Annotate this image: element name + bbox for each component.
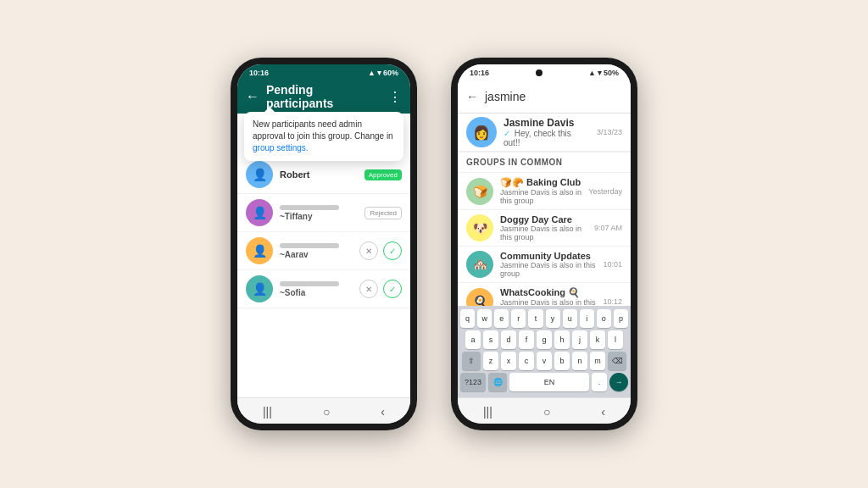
- badge-approved-robert: Approved: [364, 169, 402, 180]
- key-w[interactable]: w: [477, 309, 492, 328]
- status-time-1: 10:16: [249, 69, 269, 77]
- participant-name-sofia: ~Sofia: [280, 288, 353, 297]
- key-q[interactable]: q: [460, 309, 475, 328]
- contact-avatar: 👩: [466, 117, 497, 147]
- phone-2-screen: 10:16 ▲ ▾ 50% ← jasmine 👩 Jasmine Davis: [458, 64, 631, 424]
- key-j[interactable]: j: [572, 330, 587, 349]
- key-backspace[interactable]: ⌫: [608, 352, 626, 370]
- key-a[interactable]: a: [465, 330, 481, 349]
- tooltip-1: New participants need admin approval to …: [244, 112, 403, 161]
- contact-name: Jasmine Davis: [504, 117, 590, 129]
- keyboard-row-4: ?123 🌐 EN . →: [460, 373, 628, 391]
- group-name-doggy: Doggy Day Care: [500, 214, 587, 225]
- contact-name-row: 👩 Jasmine Davis ✓ Hey, check this out!! …: [466, 117, 622, 147]
- nav-recent-icon-2[interactable]: |||: [483, 405, 492, 419]
- check-icon: ✓: [504, 129, 510, 138]
- key-shift[interactable]: ⇧: [462, 352, 481, 370]
- key-send[interactable]: →: [609, 373, 628, 391]
- key-r[interactable]: r: [511, 309, 526, 328]
- key-v[interactable]: v: [537, 352, 552, 370]
- nav-home-icon[interactable]: ○: [323, 405, 330, 419]
- participant-info-sofia: ~Sofia: [280, 281, 353, 297]
- group-item-cooking[interactable]: 🍳 WhatsCooking 🍳 Jasmine Davis is also i…: [458, 283, 631, 306]
- avatar-robert: 👤: [246, 161, 273, 188]
- key-m[interactable]: m: [590, 352, 605, 370]
- group-item-doggy[interactable]: 🐶 Doggy Day Care Jasmine Davis is also i…: [458, 210, 631, 247]
- group-list: 🍞 🍞🥐 Baking Club Jasmine Davis is also i…: [458, 173, 631, 306]
- key-i[interactable]: i: [580, 309, 594, 328]
- nav-back-icon[interactable]: ‹: [381, 405, 385, 419]
- key-b[interactable]: b: [554, 352, 570, 370]
- key-123[interactable]: ?123: [460, 373, 486, 391]
- key-space[interactable]: EN: [509, 373, 589, 391]
- approve-button-sofia[interactable]: ✓: [383, 280, 402, 298]
- key-d[interactable]: d: [501, 330, 516, 349]
- back-button-2[interactable]: ←: [466, 90, 478, 103]
- group-name-community: Community Updates: [500, 251, 596, 261]
- key-x[interactable]: x: [501, 352, 516, 370]
- key-globe[interactable]: 🌐: [488, 373, 507, 391]
- nav-back-icon-2[interactable]: ‹: [601, 405, 605, 419]
- status-bar-1: 10:16 ▲ ▾ 60%: [237, 64, 410, 80]
- phones-container: 10:16 ▲ ▾ 60% ← Pending participants ⋮ N…: [231, 58, 637, 430]
- participant-name-aarav: ~Aarav: [280, 250, 353, 259]
- participant-info-tiffany: ~Tiffany: [280, 205, 358, 221]
- keyboard: q w e r t y u i o p a s d f g h: [458, 306, 631, 397]
- group-name-cooking: WhatsCooking 🍳: [500, 287, 596, 298]
- nav-home-icon-2[interactable]: ○: [543, 405, 550, 419]
- avatar-aarav: 👤: [246, 237, 273, 264]
- key-z[interactable]: z: [483, 352, 498, 370]
- key-h[interactable]: h: [554, 330, 570, 349]
- more-options-1[interactable]: ⋮: [388, 89, 402, 105]
- group-time-baking: Yesterday: [588, 187, 622, 196]
- phone-2: 10:16 ▲ ▾ 50% ← jasmine 👩 Jasmine Davis: [451, 58, 637, 430]
- key-u[interactable]: u: [563, 309, 577, 328]
- key-n[interactable]: n: [572, 352, 587, 370]
- participant-item: 👤 Robert Approved: [237, 156, 410, 194]
- back-button-1[interactable]: ←: [246, 89, 259, 104]
- key-p[interactable]: p: [614, 309, 628, 328]
- group-item-baking[interactable]: 🍞 🍞🥐 Baking Club Jasmine Davis is also i…: [458, 173, 631, 210]
- avatar-tiffany: 👤: [246, 199, 273, 226]
- status-time-2: 10:16: [470, 69, 489, 77]
- group-name-baking: 🍞🥐 Baking Club: [500, 177, 581, 188]
- key-o[interactable]: o: [597, 309, 611, 328]
- key-s[interactable]: s: [483, 330, 498, 349]
- battery-2: 50%: [604, 69, 619, 77]
- group-info-baking: 🍞🥐 Baking Club Jasmine Davis is also in …: [500, 177, 581, 205]
- key-k[interactable]: k: [590, 330, 605, 349]
- key-l[interactable]: l: [608, 330, 623, 349]
- group-info-cooking: WhatsCooking 🍳 Jasmine Davis is also in …: [500, 287, 596, 306]
- key-c[interactable]: c: [519, 352, 534, 370]
- action-icons-aarav: ✕ ✓: [359, 241, 402, 260]
- keyboard-row-2: a s d f g h j k l: [460, 330, 628, 349]
- key-period[interactable]: .: [592, 373, 607, 391]
- name-blur-sofia: [280, 281, 339, 286]
- avatar-sofia: 👤: [246, 275, 273, 302]
- phone-1: 10:16 ▲ ▾ 60% ← Pending participants ⋮ N…: [231, 58, 417, 430]
- participant-item-tiffany: 👤 ~Tiffany Rejected: [237, 194, 410, 232]
- keyboard-row-1: q w e r t y u i o p: [460, 309, 628, 328]
- group-sub-cooking: Jasmine Davis is also in this group: [500, 298, 596, 306]
- key-e[interactable]: e: [494, 309, 509, 328]
- group-item-community[interactable]: 🏘️ Community Updates Jasmine Davis is al…: [458, 247, 631, 283]
- approve-button-aarav[interactable]: ✓: [383, 241, 402, 260]
- key-f[interactable]: f: [519, 330, 534, 349]
- contact-header: 👩 Jasmine Davis ✓ Hey, check this out!! …: [458, 114, 631, 152]
- key-t[interactable]: t: [528, 309, 542, 328]
- tooltip-link[interactable]: group settings.: [253, 143, 309, 152]
- name-blur-tiffany: [280, 205, 339, 210]
- reject-button-aarav[interactable]: ✕: [359, 241, 378, 260]
- reject-button-sofia[interactable]: ✕: [359, 280, 378, 298]
- key-y[interactable]: y: [546, 309, 560, 328]
- key-g[interactable]: g: [537, 330, 552, 349]
- group-sub-baking: Jasmine Davis is also in this group: [500, 188, 581, 205]
- participant-name-tiffany: ~Tiffany: [280, 212, 358, 221]
- group-sub-doggy: Jasmine Davis is also in this group: [500, 225, 587, 241]
- participant-list: 👤 Robert Approved 👤 ~Tiffany Rejected: [237, 156, 410, 397]
- search-input-2[interactable]: jasmine: [485, 90, 622, 103]
- group-time-doggy: 9:07 AM: [594, 224, 622, 232]
- group-info-community: Community Updates Jasmine Davis is also …: [500, 251, 596, 278]
- nav-recent-icon[interactable]: |||: [263, 405, 272, 419]
- nav-bar-1: ||| ○ ‹: [237, 397, 410, 424]
